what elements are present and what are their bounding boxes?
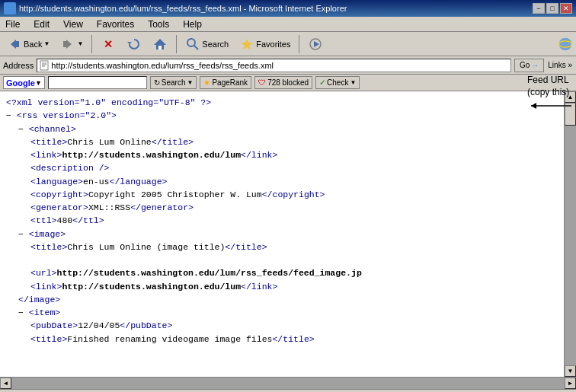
xml-line-8: <copyright>Copyright 2005 Christopher W.… xyxy=(30,188,558,201)
go-label: Go xyxy=(520,61,530,69)
stop-icon: ✕ xyxy=(101,37,116,52)
link-value: http://students.washington.edu/lum xyxy=(62,150,241,160)
check-dd-icon[interactable]: ▼ xyxy=(350,79,356,86)
address-input-wrap: http://students.washington.edu/lum/rss_f… xyxy=(37,59,511,72)
xml-line-5: <link>http://students.washington.edu/lum… xyxy=(30,148,558,161)
links-button[interactable]: Links » xyxy=(547,60,573,70)
scroll-left-button[interactable]: ◄ xyxy=(0,378,11,389)
scroll-down-button[interactable]: ▼ xyxy=(565,365,576,377)
check-button[interactable]: ✓ Check ▼ xyxy=(315,76,360,89)
minimize-button[interactable]: − xyxy=(533,3,545,14)
xml-line-1: <?xml version="1.0" encoding="UTF-8" ?> xyxy=(6,96,558,109)
link2-close: </link> xyxy=(241,282,277,292)
menu-bar: File Edit View Favorites Tools Help xyxy=(0,17,576,32)
xml-line-19: <title>Finished renaming videogame image… xyxy=(30,333,558,346)
ie-logo-icon xyxy=(558,37,573,52)
menu-file[interactable]: File xyxy=(3,18,22,30)
language-open: <language> xyxy=(30,177,83,186)
scroll-right-button[interactable]: ► xyxy=(565,378,576,389)
google-search-refresh-icon: ↻ xyxy=(154,78,160,87)
blocked-label: 728 blocked xyxy=(267,78,309,87)
language-close: </language> xyxy=(110,177,168,186)
back-dd-icon[interactable]: ▼ xyxy=(43,40,50,47)
google-search-input[interactable] xyxy=(48,76,147,89)
svg-rect-1 xyxy=(16,41,19,47)
channel-collapse-icon[interactable]: − xyxy=(18,124,24,134)
image-close-tag: </image> xyxy=(18,295,60,304)
feed-url-line1: Feed URL xyxy=(527,75,569,85)
ttl-close: </ttl> xyxy=(72,215,104,225)
google-logo-button[interactable]: Google ▼ xyxy=(3,76,45,89)
toolbar-separator-2 xyxy=(176,35,177,53)
horizontal-scrollbar[interactable]: ◄ ► xyxy=(0,377,576,389)
home-icon xyxy=(152,37,168,52)
address-url[interactable]: http://students.washington.edu/lum/rss_f… xyxy=(51,61,509,70)
favorites-button[interactable]: Favorites xyxy=(235,34,294,54)
svg-point-12 xyxy=(559,37,572,50)
vertical-scrollbar[interactable]: ▲ ▼ xyxy=(564,91,576,377)
refresh-button[interactable] xyxy=(123,34,146,54)
ttl-open: <ttl> xyxy=(30,215,57,225)
media-icon xyxy=(308,37,323,52)
close-button[interactable]: ✕ xyxy=(560,3,572,14)
google-search-label: Search xyxy=(162,78,186,87)
home-button[interactable] xyxy=(149,34,171,54)
item-collapse-icon[interactable]: − xyxy=(18,308,24,317)
media-button[interactable] xyxy=(304,34,327,54)
svg-line-8 xyxy=(194,46,198,49)
title-bar: http://students.washington.edu/lum/rss_f… xyxy=(0,0,576,17)
back-button[interactable]: Back ▼ xyxy=(3,34,53,54)
xml-line-3: − <channel> xyxy=(18,123,558,135)
menu-favorites[interactable]: Favorites xyxy=(94,18,136,30)
generator-close: </generator> xyxy=(130,202,194,212)
window-controls[interactable]: − □ ✕ xyxy=(533,3,572,14)
title-close: </title> xyxy=(152,137,194,147)
svg-rect-6 xyxy=(158,46,162,49)
google-search-button[interactable]: ↻ Search ▼ xyxy=(150,76,197,89)
address-bar: Address http://students.washington.edu/l… xyxy=(0,56,576,75)
copyright-open: <copyright> xyxy=(30,190,88,199)
link-open: <link> xyxy=(30,150,62,160)
rss-collapse-icon[interactable]: − xyxy=(6,110,11,120)
pubdate-value: 12/04/05 xyxy=(78,320,120,330)
xml-line-9: <generator>XML::RSS</generator> xyxy=(30,201,558,214)
forward-icon xyxy=(60,37,75,52)
xml-line-6: <description /> xyxy=(30,161,558,174)
image-collapse-icon[interactable]: − xyxy=(18,229,24,239)
forward-dd-icon[interactable]: ▼ xyxy=(77,40,83,47)
page-icon xyxy=(39,59,51,72)
svg-marker-2 xyxy=(66,40,72,49)
menu-view[interactable]: View xyxy=(61,18,85,30)
xml-content-area[interactable]: <?xml version="1.0" encoding="UTF-8" ?> … xyxy=(0,91,564,377)
blocked-button[interactable]: 🛡 728 blocked xyxy=(254,76,312,89)
google-dropdown-icon[interactable]: ▼ xyxy=(35,79,42,87)
menu-help[interactable]: Help xyxy=(181,18,204,30)
go-button[interactable]: Go → xyxy=(514,59,544,72)
status-bar: Done Trusted sites xyxy=(0,389,576,392)
pagerank-button[interactable]: ★ PageRank xyxy=(200,76,251,89)
menu-edit[interactable]: Edit xyxy=(31,18,52,30)
scroll-track[interactable] xyxy=(565,103,576,365)
link-close: </link> xyxy=(241,150,277,160)
menu-tools[interactable]: Tools xyxy=(146,18,171,30)
link2-value: http://students.washington.edu/lum xyxy=(62,282,241,292)
svg-point-7 xyxy=(187,39,195,46)
google-search-dd-icon[interactable]: ▼ xyxy=(187,79,194,86)
item-title-value: Finished renaming videogame image files xyxy=(67,334,272,344)
url-open: <url> xyxy=(30,268,57,278)
xml-line-11: − <image> xyxy=(18,228,558,241)
feed-url-annotation: Feed URL (copy this) xyxy=(527,75,573,116)
restore-button[interactable]: □ xyxy=(546,3,558,14)
ttl-value: 480 xyxy=(57,215,73,225)
title-open: <title> xyxy=(30,137,67,147)
check-label: Check xyxy=(327,78,348,87)
content-wrapper: <?xml version="1.0" encoding="UTF-8" ?> … xyxy=(0,91,576,377)
check-icon: ✓ xyxy=(319,78,325,87)
back-label: Back xyxy=(24,40,42,49)
forward-button[interactable]: ▼ xyxy=(56,34,87,54)
generator-value: XML::RSS xyxy=(88,202,130,212)
toolbar-separator-1 xyxy=(91,35,92,53)
stop-button[interactable]: ✕ xyxy=(97,34,120,54)
h-scroll-track[interactable] xyxy=(11,378,565,389)
search-button[interactable]: Search xyxy=(181,34,232,54)
